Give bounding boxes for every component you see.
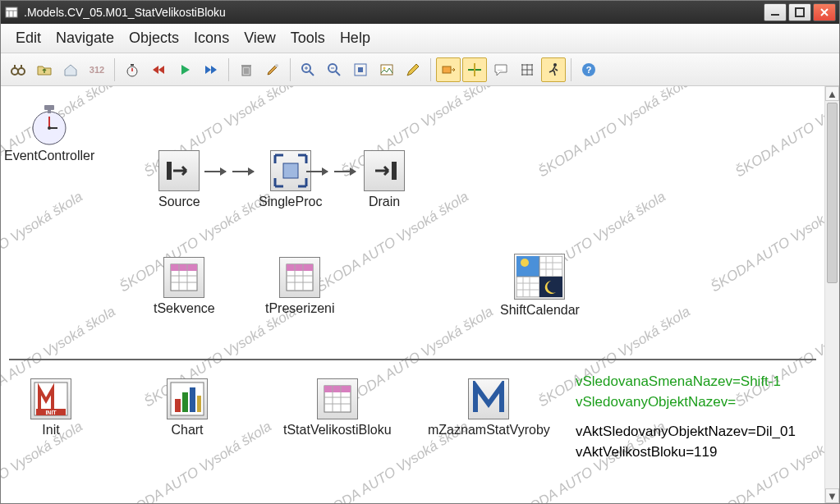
watermark-text: ŠKODA AUTO Vysoká škola [338,86,496,181]
help-icon[interactable]: ? [576,57,601,82]
close-button[interactable] [813,3,836,21]
menu-edit[interactable]: Edit [16,30,41,47]
node-drain[interactable]: Drain [364,150,405,209]
node-shift-calendar[interactable]: ShiftCalendar [500,254,580,318]
section-divider [9,359,816,360]
svg-line-26 [336,71,340,76]
svg-rect-16 [241,65,251,66]
node-init[interactable]: INIT Init [30,378,71,438]
node-source[interactable]: Source [158,150,200,209]
home-icon[interactable] [58,57,83,82]
binoculars-icon[interactable] [6,57,30,82]
scroll-up-icon[interactable]: ▲ [825,86,839,101]
picture-icon[interactable] [374,57,399,82]
move-icon[interactable] [436,57,461,82]
svg-rect-84 [182,392,188,412]
fast-forward-icon[interactable] [199,57,223,82]
zoom-out-icon[interactable] [322,57,347,82]
svg-rect-61 [287,264,313,271]
menu-navigate[interactable]: Navigate [56,30,114,47]
rewind-icon[interactable] [146,57,171,82]
window-title: .Models.CV_05.M01_StatVelikostiBloku [24,6,764,19]
svg-point-42 [553,63,557,66]
paintbrush-icon[interactable] [260,57,285,82]
svg-rect-78 [539,277,562,297]
connector [334,171,356,172]
svg-rect-52 [283,163,298,178]
svg-rect-66 [516,256,539,277]
menu-tools[interactable]: Tools [291,30,325,47]
pencil-icon[interactable] [401,57,425,82]
svg-rect-83 [175,399,181,412]
svg-point-8 [11,68,18,75]
watermark-text: ŠKODA AUTO Vysoká škola [732,86,824,181]
svg-rect-10 [14,65,16,69]
model-canvas[interactable]: ŠKODA AUTO Vysoká školaŠKODA AUTO Vysoká… [1,86,824,503]
vertical-scrollbar[interactable]: ▲ ▼ [824,86,839,503]
svg-point-9 [18,68,25,75]
var-sledovany-objekt: vSledovanyObjektNazev= [576,392,796,413]
node-single-proc[interactable]: SingleProc [259,150,322,209]
svg-point-50 [48,126,51,130]
svg-rect-51 [167,162,172,180]
zoom-in-icon[interactable] [296,57,320,82]
watermark-text: ŠKODA AUTO Vysoká škola [1,189,85,296]
comment-icon[interactable]: ... [489,57,513,82]
svg-rect-68 [539,256,562,277]
connector [204,171,226,172]
play-icon[interactable] [172,57,197,82]
svg-text:?: ? [586,65,592,75]
menubar: Edit Navigate Objects Icons View Tools H… [1,24,839,53]
svg-point-67 [521,259,529,267]
svg-text:...: ... [498,66,503,71]
svg-rect-73 [516,277,539,297]
svg-rect-13 [131,64,134,66]
node-event-controller[interactable]: EventController [4,98,94,163]
scroll-down-icon[interactable]: ▼ [825,488,839,503]
svg-rect-85 [190,387,195,412]
runner-icon[interactable] [541,57,566,82]
align-icon[interactable] [462,57,487,82]
svg-rect-46 [44,105,54,110]
menu-icons[interactable]: Icons [194,30,229,47]
var-akt-sledovany-objekt: vAktSledovanyObjektNazev=Dil_01 [576,422,796,442]
svg-point-20 [275,64,278,67]
svg-rect-5 [796,8,804,16]
node-tsekvence[interactable]: tSekvence [154,257,215,316]
watermark-text: ŠKODA AUTO Vysoká škola [535,86,693,181]
menu-objects[interactable]: Objects [129,30,179,47]
node-mzaznam[interactable]: mZaznamStatVyroby [428,378,550,438]
node-tstat[interactable]: tStatVelikostiBloku [283,378,392,438]
svg-rect-88 [324,386,351,392]
watermark-text: ŠKODA AUTO Vysoká škola [141,304,299,411]
var-sledovana-smena: vSledovanaSmenaNazev=Shift-1 [576,372,796,392]
minimize-button[interactable] [764,3,787,21]
numbers-icon[interactable]: 312 [85,57,109,82]
node-tpreserizeni[interactable]: tPreserizeni [265,257,334,316]
scroll-thumb[interactable] [827,103,838,283]
svg-rect-55 [171,264,197,271]
connector [232,171,254,172]
svg-rect-86 [197,396,201,412]
svg-point-31 [383,66,386,69]
titlebar: .Models.CV_05.M01_StatVelikostiBloku [1,1,839,24]
svg-rect-29 [358,67,363,72]
connector [306,171,328,172]
menu-help[interactable]: Help [340,30,370,47]
fit-icon[interactable] [348,57,373,82]
app-icon [4,5,19,20]
folder-up-icon[interactable] [32,57,57,82]
svg-rect-0 [6,7,17,17]
stopwatch-icon[interactable] [120,57,145,82]
node-chart[interactable]: Chart [167,378,208,438]
svg-rect-4 [771,14,779,16]
watermark-text: ŠKODA AUTO Vysoká škola [708,189,824,296]
svg-rect-32 [443,66,451,73]
var-akt-velikost-bloku: vAktVelikostBloku=119 [576,442,796,463]
svg-line-22 [310,71,314,76]
grid-icon[interactable] [515,57,539,82]
maximize-button[interactable] [788,3,811,21]
svg-rect-11 [21,65,22,69]
trash-icon[interactable] [234,57,259,82]
menu-view[interactable]: View [244,30,276,47]
